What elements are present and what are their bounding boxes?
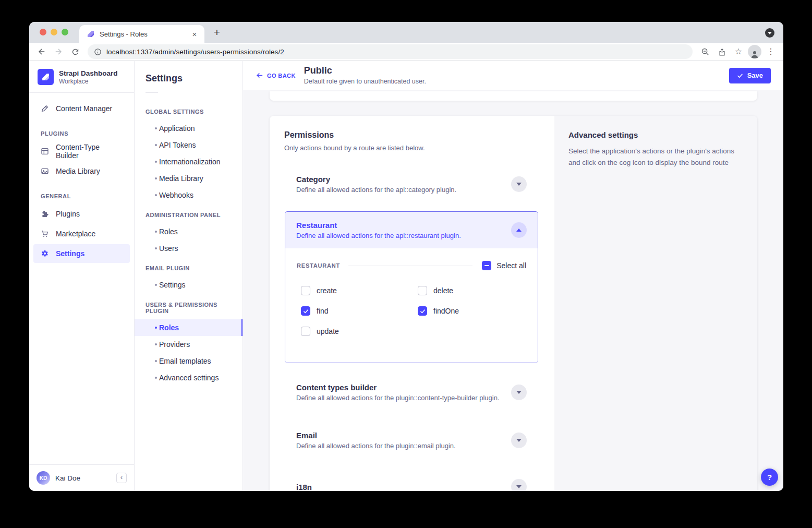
select-all-checkbox[interactable] [482,261,491,270]
back-icon[interactable] [34,44,49,59]
accordion-i18n[interactable]: i18n [270,479,554,491]
brand-subtitle: Workplace [59,78,118,85]
close-window-button[interactable] [40,29,46,35]
accordion-category[interactable]: Category Define all allowed actions for … [270,175,554,194]
restaurant-accordion-header[interactable]: Restaurant Define all allowed actions fo… [285,212,538,248]
sidebar-item-media-library[interactable]: Media Library [33,162,130,181]
zoom-indicator-icon[interactable] [698,44,712,59]
accordion-description: Define all allowed actions for the api::… [296,232,461,239]
browser-window: Settings - Roles × + localhost:1337/admi… [29,22,783,491]
settings-item-up-advanced-settings[interactable]: Advanced settings [135,369,243,386]
minimize-window-button[interactable] [51,29,57,35]
sidebar-item-marketplace[interactable]: Marketplace [33,224,130,243]
sidebar-item-content-type-builder[interactable]: Content-Type Builder [33,142,130,161]
delete-checkbox[interactable] [418,286,427,295]
advanced-settings-title: Advanced settings [568,130,744,139]
accordion-content-types-builder[interactable]: Content types builder Define all allowed… [270,383,554,402]
accordion-title: Content types builder [296,383,500,392]
settings-item-up-roles[interactable]: Roles [135,319,243,336]
traffic-lights [40,29,68,35]
share-icon[interactable] [714,44,729,59]
settings-item-email-settings[interactable]: Settings [135,277,243,293]
advanced-settings-description: Select the application's actions or the … [568,146,741,169]
sidebar-item-content-manager[interactable]: Content Manager [33,99,130,118]
user-name: Kai Doe [55,474,80,482]
expand-i18n-button[interactable] [511,479,527,491]
bookmark-star-icon[interactable]: ☆ [731,44,746,59]
user-avatar[interactable]: KD [37,471,50,485]
sidebar-item-label: Settings [56,249,84,258]
tab-title: Settings - Roles [100,30,185,38]
save-button[interactable]: Save [729,68,771,83]
collapse-sidebar-button[interactable]: ‹ [116,473,127,483]
chevron-down-icon [516,183,522,186]
sidebar-section-general: GENERAL [33,182,130,205]
update-checkbox[interactable] [301,327,310,336]
findone-checkbox[interactable] [418,306,427,316]
sidebar-item-label: Content Manager [56,104,112,113]
chevron-down-icon [516,485,522,488]
settings-item-api-tokens[interactable]: API Tokens [135,137,243,153]
workspace-brand[interactable]: Strapi Dashboard Workplace [29,61,134,92]
settings-section-users-permissions: USERS & PERMISSIONS PLUGIN [135,293,243,319]
find-checkbox[interactable] [301,306,310,316]
accordion-restaurant-expanded: Restaurant Define all allowed actions fo… [285,211,538,363]
sidebar-item-plugins[interactable]: Plugins [33,205,130,223]
save-button-label: Save [747,71,763,79]
select-all-control[interactable]: Select all [482,261,526,270]
browser-profile-avatar[interactable] [748,45,761,58]
accordion-description: Define all allowed actions for the plugi… [296,394,500,402]
settings-item-internationalization[interactable]: Internationalization [135,153,243,170]
chevron-up-icon [516,229,522,232]
expand-email-button[interactable] [511,433,527,448]
divider [146,92,158,93]
forward-icon[interactable] [51,44,66,59]
puzzle-icon [41,210,49,218]
permission-label: delete [433,286,453,295]
collapse-restaurant-button[interactable] [511,222,527,238]
brand-title: Strapi Dashboard [59,69,118,77]
select-all-label: Select all [496,261,526,270]
permissions-subtitle: Only actions bound by a route are listed… [270,144,554,152]
accordion-email[interactable]: Email Define all allowed actions for the… [270,431,554,450]
check-icon [737,73,743,79]
settings-item-admin-roles[interactable]: Roles [135,223,243,240]
go-back-link[interactable]: GO BACK [256,71,296,79]
permission-delete[interactable]: delete [418,286,526,295]
permission-label: findOne [433,307,459,315]
address-bar[interactable]: localhost:1337/admin/settings/users-perm… [88,44,693,59]
accordion-title: Restaurant [296,221,461,230]
settings-item-media-library[interactable]: Media Library [135,170,243,187]
tab-strip: Settings - Roles × + [29,22,783,43]
sidebar-section-plugins: PLUGINS [33,119,130,142]
browser-tab[interactable]: Settings - Roles × [79,25,204,43]
permission-find[interactable]: find [301,306,418,316]
permission-findone[interactable]: findOne [418,306,526,316]
expand-category-button[interactable] [511,176,527,192]
sidebar-item-settings[interactable]: Settings [33,244,130,263]
permissions-panel: Permissions Only actions bound by a rout… [270,116,554,491]
page-title: Public [304,66,426,76]
settings-item-admin-users[interactable]: Users [135,240,243,257]
restaurant-group-label: RESTAURANT [297,262,340,269]
expand-content-types-builder-button[interactable] [511,385,527,400]
settings-item-up-providers[interactable]: Providers [135,336,243,353]
tab-close-icon[interactable]: × [190,29,199,39]
reload-icon[interactable] [68,44,82,59]
zoom-window-button[interactable] [62,29,68,35]
permission-update[interactable]: update [301,327,418,336]
browser-menu-icon[interactable]: ⋮ [763,44,778,59]
help-button[interactable]: ? [761,469,778,486]
create-checkbox[interactable] [301,286,310,295]
page-header: GO BACK Public Default role given to una… [243,61,783,90]
settings-item-webhooks[interactable]: Webhooks [135,187,243,203]
new-tab-button[interactable]: + [210,25,224,40]
permission-create[interactable]: create [301,286,418,295]
info-icon[interactable] [94,48,102,56]
permission-label: find [317,307,329,315]
settings-item-up-email-templates[interactable]: Email templates [135,353,243,369]
permission-label: update [317,327,339,335]
settings-item-application[interactable]: Application [135,120,243,137]
tab-search-button[interactable] [765,28,774,38]
accordion-title: Category [296,175,456,184]
